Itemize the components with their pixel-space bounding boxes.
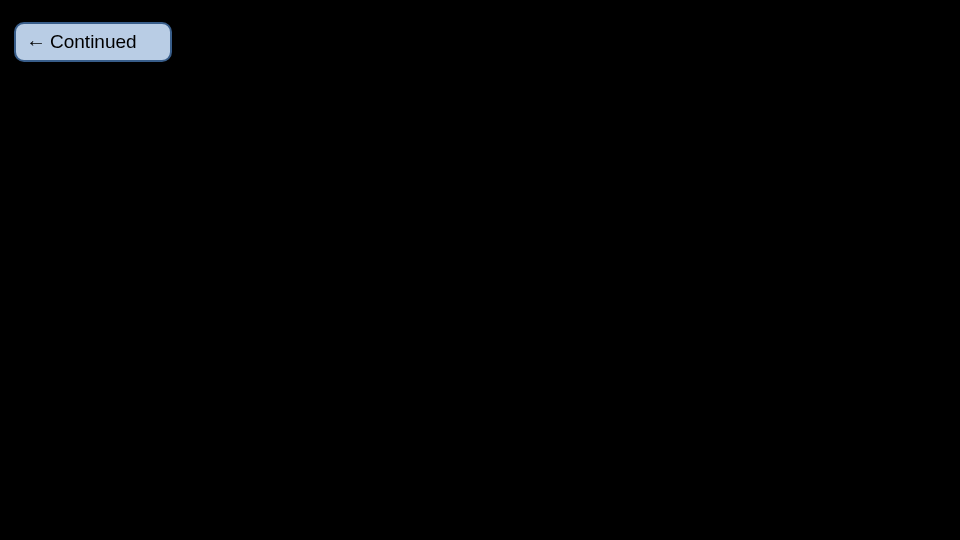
page-title: Access Control [0,18,960,63]
code-line: # End decrypt. [90,405,341,430]
code-block: def decrypt(self, pass_phrase): '''Only … [90,126,831,465]
code-line: return self.__plain_string [90,282,578,307]
code-line: '''Only show the string if the pass_phra… [90,161,831,183]
code-line: if pass_phrase == self.__pass_phrase: [90,220,684,245]
slide: ← Continued Access Control def decrypt(s… [0,0,960,540]
code-line: else: [90,313,262,338]
code-line: # Endif; [90,374,301,399]
code-line: # End Class. [90,436,248,461]
code-line: return '' [90,344,354,369]
code-line: def decrypt(self, pass_phrase): [90,128,499,153]
code-line: # THEN [90,251,275,276]
